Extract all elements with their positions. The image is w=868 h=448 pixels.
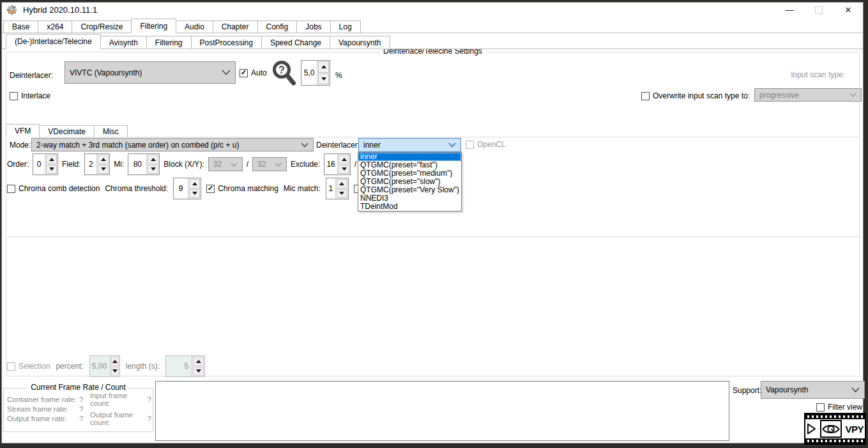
interlace-label: Interlace xyxy=(21,91,50,100)
filmstrip-sprockets-icon xyxy=(805,414,865,419)
frame-rate-row: Container frame rate: ? Input frame coun… xyxy=(7,394,151,404)
chroma-threshold-spinner[interactable]: 9 xyxy=(173,178,201,199)
tab-log[interactable]: Log xyxy=(330,20,361,33)
output-log-area[interactable] xyxy=(155,381,729,441)
vpy-preview-button[interactable]: VPY xyxy=(804,413,866,445)
arrow-down-icon xyxy=(151,167,156,171)
spin-up-button[interactable] xyxy=(111,357,119,366)
tab-filtering[interactable]: Filtering xyxy=(131,19,176,33)
tab-vdecimate[interactable]: VDecimate xyxy=(39,125,95,137)
spin-down-button[interactable] xyxy=(337,189,347,199)
deinterlacer-select[interactable]: VIVTC (Vapoursynth) xyxy=(65,61,236,84)
chevron-down-icon xyxy=(301,143,308,148)
dropdown-option[interactable]: QTGMC(preset="Very Slow") xyxy=(358,186,461,194)
tab-base[interactable]: Base xyxy=(3,20,38,33)
order-label: Order: xyxy=(7,160,29,169)
mode-value: 2-way match + 3rd match (same order) on … xyxy=(36,141,298,150)
field-spinner[interactable]: 2 xyxy=(84,153,110,175)
spin-up-button[interactable] xyxy=(337,179,347,189)
deinterlacer-dropdown-list: inner QTGMC(preset="fast") QTGMC(preset=… xyxy=(358,152,462,212)
checkbox-box: ✓ xyxy=(240,69,248,77)
chevron-down-icon xyxy=(849,93,857,97)
vfm-deinterlacer-value: inner xyxy=(363,141,446,150)
tab-speed-change[interactable]: Speed Change xyxy=(261,36,330,49)
dropdown-option[interactable]: QTGMC(preset="fast") xyxy=(358,161,461,169)
selection-percent-spinner[interactable]: 5,00 xyxy=(89,355,120,377)
spin-down-button[interactable] xyxy=(193,367,204,376)
spin-down-button[interactable] xyxy=(148,165,158,174)
close-button[interactable]: ✕ xyxy=(834,3,863,17)
dropdown-option[interactable]: QTGMC(preset="slow") xyxy=(358,178,461,186)
checkbox-box xyxy=(10,92,18,100)
selection-row: Selection percent: 5,00 length (s): 5 xyxy=(7,354,205,378)
block-y-select[interactable]: 32 xyxy=(252,157,287,171)
spin-down-button[interactable] xyxy=(189,189,200,199)
block-x-select[interactable]: 32 xyxy=(208,157,243,171)
arrow-down-icon xyxy=(112,369,118,373)
tab-vfm[interactable]: VFM xyxy=(6,124,40,138)
tab-x264[interactable]: x264 xyxy=(38,20,72,33)
frame-rate-row: Output frame rate: ? Output frame count:… xyxy=(7,413,151,423)
tab-misc[interactable]: Misc xyxy=(94,125,128,137)
tab-postprocessing[interactable]: PostProcessing xyxy=(191,36,262,49)
spin-up-button[interactable] xyxy=(339,155,349,164)
spin-down-button[interactable] xyxy=(46,165,57,174)
exclude-x-spinner[interactable]: 16 xyxy=(324,153,351,175)
dropdown-option[interactable]: QTGMC(preset="medium") xyxy=(358,169,461,178)
tab-audio[interactable]: Audio xyxy=(176,20,213,33)
chroma-matching-checkbox[interactable]: ✓ Chroma matching xyxy=(206,184,278,193)
eye-icon xyxy=(820,420,842,438)
auto-checkbox[interactable]: ✓ Auto xyxy=(240,68,267,77)
overwrite-scan-type-checkbox[interactable]: Overwrite input scan type to: xyxy=(641,91,750,100)
interlace-checkbox[interactable]: Interlace xyxy=(10,91,50,100)
arrow-down-icon xyxy=(192,192,197,195)
input-scan-type-label: Input scan type: xyxy=(791,70,845,79)
maximize-button[interactable] xyxy=(804,3,834,17)
spin-up-button[interactable] xyxy=(46,155,57,164)
mic-match-spinner[interactable]: 1 xyxy=(326,178,349,199)
spin-up-button[interactable] xyxy=(189,179,200,189)
minimize-button[interactable]: — xyxy=(775,3,804,17)
chroma-comb-detection-checkbox[interactable]: Chroma comb detection xyxy=(7,184,100,193)
frame-rate-group-title: Current Frame Rate / Count xyxy=(27,383,129,392)
checkbox-box xyxy=(7,362,15,371)
spin-up-button[interactable] xyxy=(318,61,329,73)
vfm-deinterlacer-select[interactable]: inner xyxy=(358,138,461,152)
tab-deinterlace-telecine[interactable]: (De-)Interlace/Telecine xyxy=(6,34,101,49)
filter-view-checkbox[interactable]: Filter view xyxy=(816,403,862,412)
spinner-buttons xyxy=(335,178,348,199)
tab-avisynth[interactable]: Avisynth xyxy=(100,36,147,49)
selection-checkbox[interactable]: Selection xyxy=(7,362,50,371)
app-window: Hybrid 2020.10.11.1 — ✕ Base x264 Crop/R… xyxy=(1,2,864,444)
spin-up-button[interactable] xyxy=(148,155,158,164)
opencl-checkbox[interactable]: OpenCL xyxy=(466,140,506,149)
arrow-down-icon xyxy=(101,167,106,171)
percent-spinner[interactable]: 5,0 xyxy=(301,60,330,86)
dropdown-option[interactable]: NNEDI3 xyxy=(358,194,461,203)
arrow-down-icon xyxy=(321,77,326,81)
tab-jobs[interactable]: Jobs xyxy=(296,20,330,33)
tab-config[interactable]: Config xyxy=(257,20,298,33)
mode-select[interactable]: 2-way match + 3rd match (same order) on … xyxy=(31,138,314,151)
tab-sub-filtering[interactable]: Filtering xyxy=(146,36,192,49)
order-spinner[interactable]: 0 xyxy=(33,153,58,175)
exclude-slash: / xyxy=(354,160,356,169)
tab-vapoursynth[interactable]: Vapoursynth xyxy=(330,36,390,49)
preview-help-magnifier-icon[interactable]: ? xyxy=(271,59,298,88)
tab-crop-resize[interactable]: Crop/Resize xyxy=(72,20,132,33)
overwrite-scan-type-label: Overwrite input scan type to: xyxy=(653,91,750,100)
mi-spinner[interactable]: 80 xyxy=(128,153,160,175)
spin-down-button[interactable] xyxy=(318,73,329,85)
spin-down-button[interactable] xyxy=(111,367,119,376)
dropdown-option[interactable]: inner xyxy=(358,153,461,161)
arrow-up-icon xyxy=(112,360,118,363)
tab-chapter[interactable]: Chapter xyxy=(213,20,258,33)
support-select[interactable]: Vapoursynth xyxy=(761,381,865,399)
spin-down-button[interactable] xyxy=(98,165,109,174)
dropdown-option[interactable]: TDeintMod xyxy=(358,203,461,211)
selection-length-spinner[interactable]: 5 xyxy=(165,355,205,377)
spin-down-button[interactable] xyxy=(339,165,349,174)
overwrite-scan-type-select[interactable]: progressive xyxy=(754,88,862,102)
spin-up-button[interactable] xyxy=(98,155,109,164)
spin-up-button[interactable] xyxy=(193,357,204,366)
